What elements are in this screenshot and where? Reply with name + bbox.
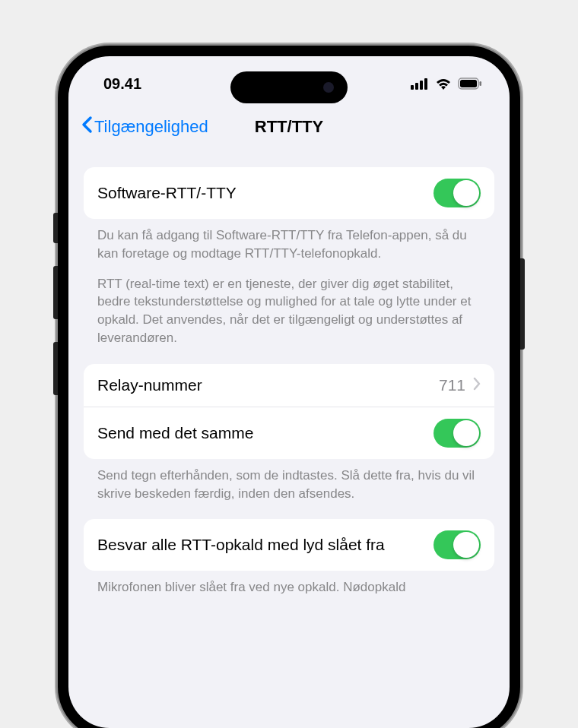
screen: 09.41 Tilgængelighed RTT/TTY [68,56,510,728]
status-time: 09.41 [103,75,141,93]
group-footer: Du kan få adgang til Software-RTT/TTY fr… [84,219,494,347]
group-footer: Send tegn efterhånden, som de indtastes.… [84,459,494,503]
chevron-left-icon [81,116,93,138]
cellular-icon [411,78,429,90]
cell-software-rtt[interactable]: Software-RTT/-TTY [84,167,494,219]
content: Software-RTT/-TTY Du kan få adgang til S… [68,167,510,597]
back-button[interactable]: Tilgængelighed [81,116,208,138]
cell-label: Send med det samme [97,424,434,442]
cell-value: 711 [439,376,465,394]
svg-rect-5 [460,80,477,87]
wifi-icon [435,78,452,90]
settings-group: Relay-nummer 711 Send med det samme [84,364,494,503]
cell-label: Relay-nummer [97,376,439,394]
toggle-send-immediately[interactable] [434,419,481,448]
svg-rect-6 [480,81,482,86]
svg-rect-3 [424,78,427,90]
page-title: RTT/TTY [255,117,323,137]
toggle-answer-muted[interactable] [434,530,481,559]
group-footer: Mikrofonen bliver slået fra ved nye opka… [84,571,494,597]
cell-relay-number[interactable]: Relay-nummer 711 [84,364,494,407]
toggle-software-rtt[interactable] [434,179,481,207]
cell-label: Besvar alle RTT-opkald med lyd slået fra [97,536,434,554]
settings-group: Besvar alle RTT-opkald med lyd slået fra… [84,519,494,597]
back-label: Tilgængelighed [94,117,208,137]
nav-bar: Tilgængelighed RTT/TTY [68,105,510,152]
svg-rect-1 [415,83,418,90]
chevron-right-icon [473,376,481,394]
svg-rect-2 [420,81,423,90]
dynamic-island [230,71,348,103]
cell-answer-muted[interactable]: Besvar alle RTT-opkald med lyd slået fra [84,519,494,571]
svg-rect-0 [411,85,414,90]
battery-icon [458,78,482,90]
cell-send-immediately[interactable]: Send med det samme [84,407,494,459]
phone-frame: 09.41 Tilgængelighed RTT/TTY [58,46,520,728]
cell-label: Software-RTT/-TTY [97,184,434,202]
settings-group: Software-RTT/-TTY Du kan få adgang til S… [84,167,494,347]
